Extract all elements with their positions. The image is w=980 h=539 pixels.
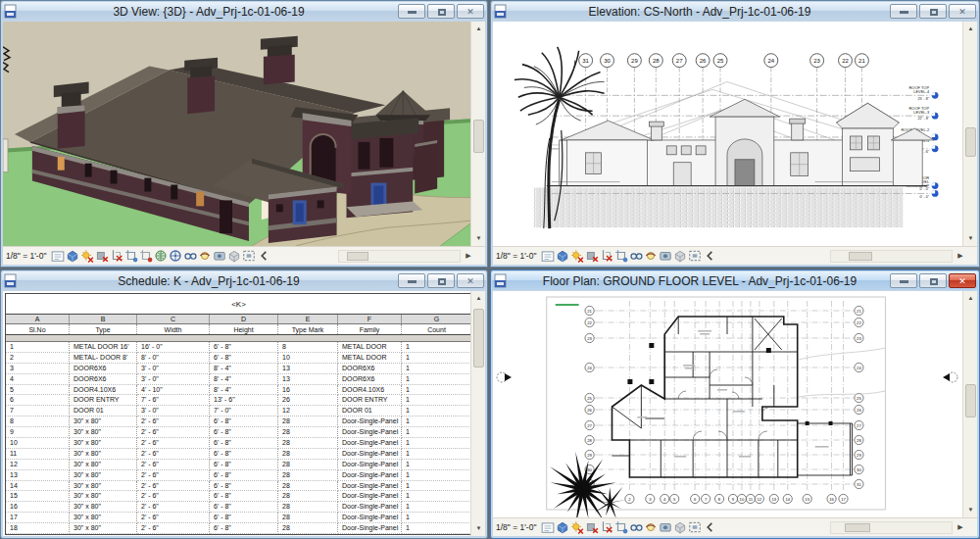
scroll-right-arrow[interactable]: ▶ <box>955 523 966 531</box>
restore-button[interactable] <box>427 273 455 288</box>
rendering-icon[interactable] <box>154 249 168 263</box>
selection-box-icon[interactable] <box>688 249 702 263</box>
reveal-hidden-icon[interactable] <box>198 249 212 263</box>
horizontal-scrollbar[interactable] <box>338 250 461 263</box>
schedule-row[interactable]: 5DOOR4.10X64' - 10"8' - 4"16DOOR4.10X61 <box>6 385 471 396</box>
visual-style-icon[interactable] <box>556 520 569 534</box>
horizontal-scrollbar[interactable] <box>830 521 953 534</box>
view-scale[interactable]: 1/8" = 1'-0" <box>496 522 536 532</box>
vertical-scrollbar[interactable]: ▲ ▼ <box>962 291 977 517</box>
shadows-icon[interactable] <box>585 249 599 263</box>
view-scale[interactable]: 1/8" = 1'-0" <box>496 251 536 261</box>
close-button[interactable]: ✕ <box>457 4 484 19</box>
collapse-icon[interactable] <box>257 249 270 263</box>
schedule-row[interactable]: 7DOOR 013' - 0"7' - 0"12DOOR 011 <box>6 406 471 416</box>
visual-style-icon[interactable] <box>556 249 569 263</box>
elevation-canvas[interactable]: 3130292827262524232221 ROOF TOPLEVEL-425… <box>493 22 962 246</box>
vertical-scrollbar[interactable]: ▲ ▼ <box>470 291 485 536</box>
sun-path-icon[interactable] <box>570 249 584 263</box>
schedule-row[interactable]: 1330" x 80"2' - 6"6' - 8"28Door-Single-P… <box>6 470 471 481</box>
close-button[interactable]: ✕ <box>949 4 976 19</box>
svg-text:23: 23 <box>813 58 820 64</box>
schedule-row[interactable]: 1430" x 80"2' - 6"6' - 8"28Door-Single-P… <box>6 481 471 492</box>
restore-button[interactable] <box>919 273 947 288</box>
visual-style-icon[interactable] <box>66 249 79 263</box>
schedule-row[interactable]: 830" x 80"2' - 6"6' - 8"28Door-Single-Pa… <box>6 416 471 427</box>
detail-level-icon[interactable] <box>51 249 65 263</box>
sun-path-icon[interactable] <box>570 520 584 534</box>
worksharing-icon[interactable] <box>659 520 672 534</box>
minimize-button[interactable] <box>890 273 917 288</box>
temporary-hide-icon[interactable] <box>183 249 197 263</box>
minimize-button[interactable] <box>398 4 425 19</box>
crop-view-icon[interactable] <box>110 249 123 263</box>
schedule-row[interactable]: 1230" x 80"2' - 6"6' - 8"28Door-Single-P… <box>6 460 471 470</box>
schedule-row[interactable]: 3DOOR6X63' - 0"8' - 4"13DOOR6X61 <box>6 364 471 374</box>
shadows-icon[interactable] <box>95 249 109 263</box>
reveal-hidden-icon[interactable] <box>644 249 658 263</box>
scroll-right-arrow[interactable]: ▶ <box>955 252 966 260</box>
vertical-scrollbar[interactable]: ▲ ▼ <box>962 22 977 246</box>
crop-region-icon[interactable] <box>614 520 628 534</box>
titlebar-3d-view[interactable]: 3D View: {3D} - Adv_Prj-1c-01-06-19 ✕ <box>2 2 486 21</box>
schedule-row[interactable]: 4DOOR6X63' - 0"8' - 4"13DOOR6X61 <box>6 374 471 385</box>
collapse-icon[interactable] <box>703 249 716 263</box>
detail-level-icon[interactable] <box>541 520 555 534</box>
scroll-up-arrow[interactable]: ▲ <box>471 22 485 36</box>
analytical-model-icon[interactable] <box>227 249 241 263</box>
close-button[interactable]: ✕ <box>457 273 484 288</box>
analytical-model-icon[interactable] <box>673 520 687 534</box>
schedule-table[interactable]: <K> ABCDEFG Sl.NoTypeWidthHeightType Mar… <box>5 293 472 535</box>
scroll-down-arrow[interactable]: ▼ <box>963 231 977 246</box>
sun-path-icon[interactable] <box>80 249 94 263</box>
schedule-row[interactable]: 2METAL- DOOR 8'8' - 0"6' - 8"10METAL DOO… <box>6 353 471 364</box>
selection-box-icon[interactable] <box>242 249 256 263</box>
svg-text:31: 31 <box>857 482 861 487</box>
shadows-icon[interactable] <box>585 520 599 534</box>
schedule-row[interactable]: 1030" x 80"2' - 6"6' - 8"28Door-Single-P… <box>6 438 471 449</box>
restore-button[interactable] <box>919 4 947 19</box>
scroll-up-arrow[interactable]: ▲ <box>471 291 485 306</box>
vertical-scrollbar[interactable]: ▲ ▼ <box>470 22 485 246</box>
crop-view-icon[interactable] <box>600 520 613 534</box>
titlebar-floor-plan[interactable]: Floor Plan: GROUND FLOOR LEVEL - Adv_Prj… <box>492 271 978 290</box>
scroll-down-arrow[interactable]: ▼ <box>471 231 485 246</box>
close-button[interactable]: ✕ <box>949 273 976 288</box>
crop-region-visibility-icon[interactable] <box>139 249 153 263</box>
collapse-icon[interactable] <box>703 520 716 534</box>
schedule-row[interactable]: 6DOOR ENTRY7' - 6"13' - 6"26DOOR ENTRY1 <box>6 395 471 406</box>
scroll-up-arrow[interactable]: ▲ <box>963 22 977 36</box>
temporary-hide-icon[interactable] <box>629 520 643 534</box>
analytical-model-icon[interactable] <box>673 249 687 263</box>
minimize-button[interactable] <box>890 4 917 19</box>
scroll-down-arrow[interactable]: ▼ <box>963 503 977 517</box>
steering-wheel-icon[interactable] <box>169 249 182 263</box>
selection-box-icon[interactable] <box>688 520 702 534</box>
titlebar-elevation[interactable]: Elevation: CS-North - Adv_Prj-1c-01-06-1… <box>492 2 978 21</box>
crop-region-icon[interactable] <box>124 249 138 263</box>
scroll-right-arrow[interactable]: ▶ <box>463 252 474 260</box>
crop-view-icon[interactable] <box>600 249 613 263</box>
schedule-row[interactable]: 1530" x 80"2' - 6"6' - 8"28Door-Single-P… <box>6 491 471 502</box>
view-scale[interactable]: 1/8" = 1'-0" <box>6 251 46 261</box>
scroll-down-arrow[interactable]: ▼ <box>471 521 485 536</box>
crop-region-icon[interactable] <box>614 249 628 263</box>
schedule-row[interactable]: 1METAL DOOR 16'16' - 0"6' - 8"8METAL DOO… <box>6 342 471 353</box>
floor-plan-canvas[interactable]: 2121222223232424252526262727282829293030… <box>493 291 962 517</box>
schedule-row[interactable]: 1130" x 80"2' - 6"6' - 8"28Door-Single-P… <box>6 449 471 460</box>
worksharing-icon[interactable] <box>659 249 672 263</box>
reveal-hidden-icon[interactable] <box>644 520 658 534</box>
horizontal-scrollbar[interactable] <box>830 250 953 263</box>
schedule-row[interactable]: 1830" x 80"2' - 6"6' - 8"28Door-Single-P… <box>6 523 471 534</box>
schedule-row[interactable]: 930" x 80"2' - 6"6' - 8"28Door-Single-Pa… <box>6 427 471 438</box>
detail-level-icon[interactable] <box>541 249 555 263</box>
temporary-hide-icon[interactable] <box>629 249 643 263</box>
scroll-up-arrow[interactable]: ▲ <box>963 291 977 306</box>
restore-button[interactable] <box>427 4 455 19</box>
schedule-row[interactable]: 1630" x 80"2' - 6"6' - 8"28Door-Single-P… <box>6 502 471 513</box>
3d-view-canvas[interactable] <box>3 22 470 246</box>
schedule-row[interactable]: 1730" x 80"2' - 6"6' - 8"28Door-Single-P… <box>6 513 471 523</box>
titlebar-schedule[interactable]: Schedule: K - Adv_Prj-1c-01-06-19 ✕ <box>2 271 486 290</box>
worksharing-icon[interactable] <box>213 249 226 263</box>
minimize-button[interactable] <box>398 273 425 288</box>
